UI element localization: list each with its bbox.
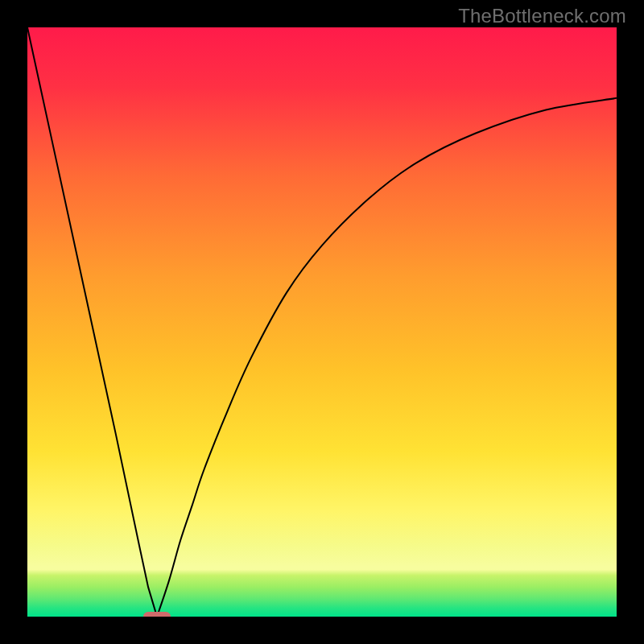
chart-frame: TheBottleneck.com <box>0 0 644 644</box>
chart-plot <box>27 27 617 617</box>
chart-background <box>27 27 617 617</box>
watermark-text: TheBottleneck.com <box>458 5 626 27</box>
minimum-marker <box>143 612 171 617</box>
